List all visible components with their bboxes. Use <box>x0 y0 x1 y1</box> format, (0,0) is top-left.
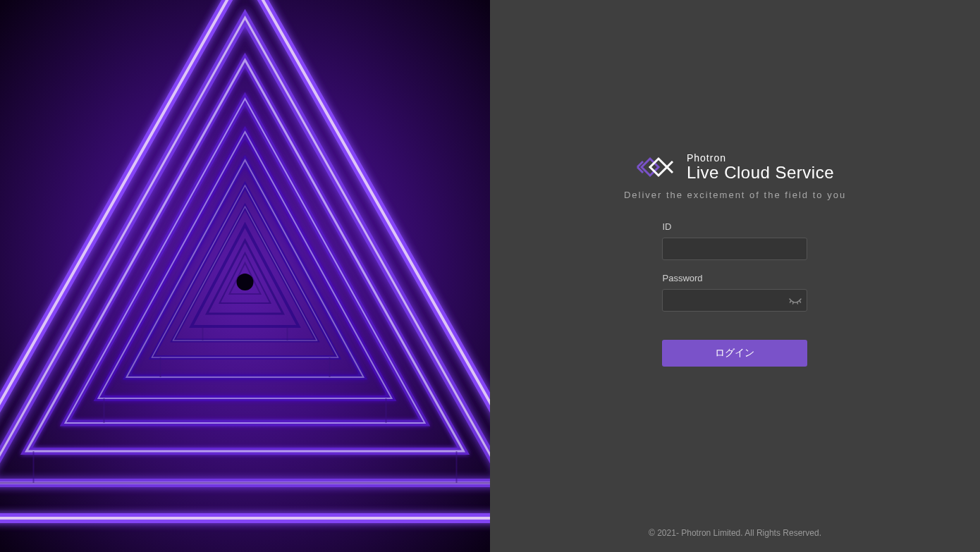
logo-icon <box>636 154 678 180</box>
svg-line-34 <box>800 301 801 303</box>
logo-row: Photron Live Cloud Service <box>636 153 834 181</box>
logo-title: Live Cloud Service <box>687 164 834 181</box>
id-form-group: ID <box>662 221 807 260</box>
logo-brand: Photron <box>687 153 834 163</box>
svg-point-22 <box>237 274 254 290</box>
logo-section: Photron Live Cloud Service Deliver the e… <box>624 153 846 200</box>
password-visibility-toggle-icon[interactable] <box>789 295 802 305</box>
password-label: Password <box>662 273 807 283</box>
svg-line-31 <box>790 301 792 303</box>
login-panel: Photron Live Cloud Service Deliver the e… <box>490 0 980 552</box>
password-wrapper <box>662 289 807 312</box>
svg-line-33 <box>797 302 798 305</box>
id-input[interactable] <box>662 238 807 260</box>
id-label: ID <box>662 221 807 232</box>
hero-image-panel <box>0 0 490 552</box>
svg-line-32 <box>793 302 794 305</box>
login-button[interactable]: ログイン <box>662 340 807 367</box>
footer-copyright: © 2021- Photron Limited. All Rights Rese… <box>490 528 980 538</box>
login-content: Photron Live Cloud Service Deliver the e… <box>624 153 846 367</box>
password-form-group: Password <box>662 273 807 312</box>
login-form: ID Password <box>662 221 807 367</box>
tagline: Deliver the excitement of the field to y… <box>624 190 846 200</box>
password-input[interactable] <box>662 289 807 312</box>
logo-text: Photron Live Cloud Service <box>687 153 834 181</box>
